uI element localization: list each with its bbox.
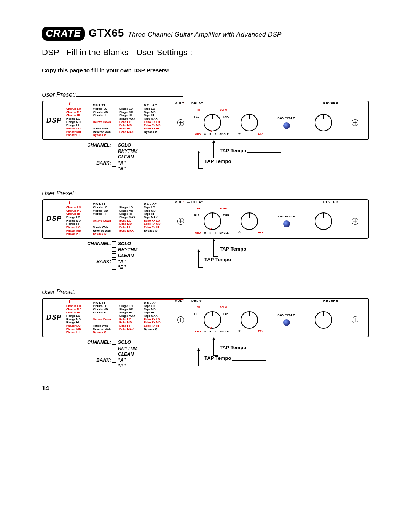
preset-block: User Preset: DSP . Chorus LOChorus MDCho… xyxy=(42,90,369,172)
delay-knob[interactable] xyxy=(241,212,258,230)
save-tap-button[interactable] xyxy=(283,319,290,326)
checkbox[interactable] xyxy=(112,161,116,165)
arrow-icon xyxy=(198,350,203,366)
save-tap-button[interactable] xyxy=(283,220,290,227)
screw-icon xyxy=(177,119,184,126)
arrow-icon xyxy=(198,252,203,268)
checkbox[interactable] xyxy=(112,340,116,345)
save-tap-button[interactable] xyxy=(283,122,290,129)
tap-tempo: TAP Tempo TAP Tempo xyxy=(198,340,281,369)
checkbox[interactable] xyxy=(112,149,116,153)
subtitle: Three-Channel Guitar Amplifier with Adva… xyxy=(128,31,281,38)
preset-block: User Preset: DSP . Chorus LOChorus MDCho… xyxy=(42,288,369,369)
reverb-knob[interactable] xyxy=(315,114,332,131)
tap-tempo: TAP Tempo TAP Tempo xyxy=(198,142,281,172)
reverb-label: REVERB xyxy=(323,299,338,302)
multi-label: MULTI — DELAY xyxy=(175,299,204,302)
preset-input-line[interactable] xyxy=(76,189,183,195)
delay-knob[interactable] xyxy=(241,311,258,329)
reverb-label: REVERB xyxy=(323,102,338,105)
multi-knob[interactable] xyxy=(204,114,221,131)
multi-label: MULTI — DELAY xyxy=(175,102,204,105)
save-tap-label: SAVE/TAP xyxy=(277,117,295,120)
screw-icon xyxy=(352,119,358,126)
checkbox[interactable] xyxy=(112,265,116,270)
checkbox[interactable] xyxy=(112,241,116,246)
model: GTX65 xyxy=(89,27,124,39)
reverb-knob[interactable] xyxy=(315,311,332,329)
checkbox[interactable] xyxy=(112,253,116,258)
checkbox[interactable] xyxy=(112,143,116,147)
arrow-icon xyxy=(198,153,203,169)
save-tap-label: SAVE/TAP xyxy=(277,313,295,317)
delay-knob[interactable] xyxy=(241,114,258,131)
brand-logo: CRATE xyxy=(42,27,85,41)
page-header: CRATE GTX65 Three-Channel Guitar Amplifi… xyxy=(42,27,369,42)
screw-icon xyxy=(352,316,358,323)
channel-bank: CHANNEL:SOLORHYTHMCLEANBANK:"A""B" xyxy=(84,241,137,271)
checkbox[interactable] xyxy=(112,358,116,363)
multi-knob[interactable] xyxy=(204,311,221,329)
arrow-icon xyxy=(213,340,218,356)
screw-icon xyxy=(352,218,358,225)
preset-input-line[interactable] xyxy=(76,288,183,294)
screw-icon xyxy=(177,218,184,225)
dsp-logo: DSP xyxy=(43,101,65,139)
settings-below: CHANNEL:SOLORHYTHMCLEANBANK:"A""B" TAP T… xyxy=(42,142,369,172)
user-preset-label: User Preset: xyxy=(42,288,369,296)
preset-input-line[interactable] xyxy=(76,90,183,97)
user-preset-label: User Preset: xyxy=(42,90,369,98)
checkbox[interactable] xyxy=(112,155,116,159)
reverb-knob[interactable] xyxy=(315,212,332,230)
tap-tempo: TAP Tempo TAP Tempo xyxy=(198,241,281,271)
channel-bank: CHANNEL:SOLORHYTHMCLEANBANK:"A""B" xyxy=(84,142,137,172)
settings-below: CHANNEL:SOLORHYTHMCLEANBANK:"A""B" TAP T… xyxy=(42,340,369,369)
dsp-logo: DSP xyxy=(43,200,65,238)
preset-block: User Preset: DSP . Chorus LOChorus MDCho… xyxy=(42,189,369,271)
user-preset-label: User Preset: xyxy=(42,189,369,197)
checkbox[interactable] xyxy=(112,247,116,252)
screw-icon xyxy=(177,316,184,323)
page-number: 14 xyxy=(42,385,369,392)
dsp-panel: DSP . Chorus LOChorus MDChorus HIFlange … xyxy=(42,298,369,337)
dsp-panel: DSP . Chorus LOChorus MDChorus HIFlange … xyxy=(42,101,369,140)
checkbox[interactable] xyxy=(112,364,116,368)
section-title: DSP Fill in the Blanks User Settings : xyxy=(42,48,369,59)
dsp-panel: DSP . Chorus LOChorus MDChorus HIFlange … xyxy=(42,199,369,239)
multi-label: MULTI — DELAY xyxy=(175,200,204,204)
reverb-label: REVERB xyxy=(323,200,338,204)
instruction-text: Copy this page to fill in your own DSP P… xyxy=(42,67,369,73)
arrow-icon xyxy=(213,241,218,257)
arrow-icon xyxy=(213,142,218,158)
multi-knob[interactable] xyxy=(204,212,221,230)
checkbox[interactable] xyxy=(112,259,116,264)
settings-below: CHANNEL:SOLORHYTHMCLEANBANK:"A""B" TAP T… xyxy=(42,241,369,271)
dsp-logo: DSP xyxy=(43,299,65,337)
checkbox[interactable] xyxy=(112,166,116,171)
checkbox[interactable] xyxy=(112,346,116,350)
save-tap-label: SAVE/TAP xyxy=(277,215,295,218)
channel-bank: CHANNEL:SOLORHYTHMCLEANBANK:"A""B" xyxy=(84,340,137,369)
checkbox[interactable] xyxy=(112,352,116,356)
